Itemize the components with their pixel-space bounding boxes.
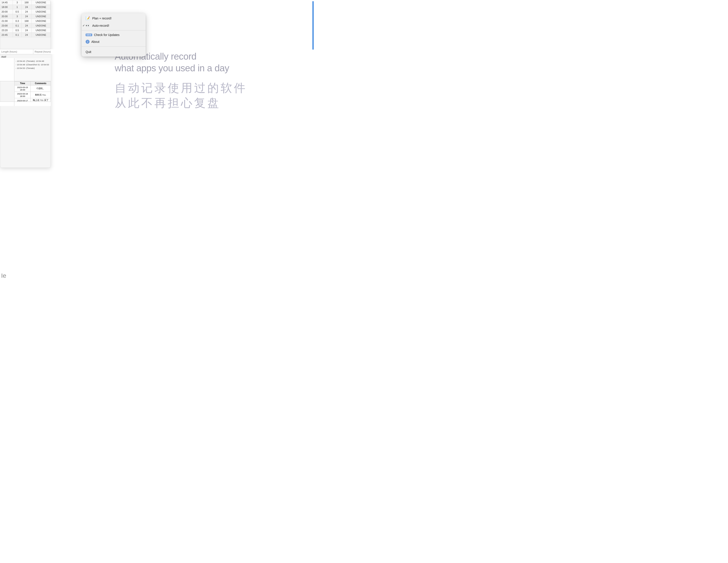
table-row: 14:45 3 168 UNDONE (0, 0, 51, 5)
table-row: 23:00 0.1 24 UNDONE (0, 23, 51, 28)
status-cell: UNDONE (31, 5, 50, 9)
log-entry: - 10:54:48 -(CleanShot X)- 10:54:53 (16, 63, 49, 66)
col3-cell: 24 (22, 14, 31, 19)
repeat-input[interactable] (33, 49, 66, 54)
comment-row: 2023-03-15 18:00 个想吃。 (15, 85, 51, 92)
time-cell: 23:45 (0, 33, 13, 37)
time-cell: 20:00 (0, 9, 13, 14)
col2-cell: 0.1 (13, 23, 22, 28)
log-entries: - 10:54:43 -(Tomato)- 10:54:48- 10:54:48… (14, 58, 51, 81)
comment-row: 2023-03-16 18:00 刚吃完 711. (15, 92, 51, 98)
log-entry: - 10:54:53 -(Tomato) (16, 66, 49, 70)
col3-cell: 24 (22, 5, 31, 9)
menu-item-plan-record[interactable]: 📝 Plan + record! (82, 15, 146, 22)
length-input[interactable] (0, 49, 33, 54)
time-cell: 21:00 (0, 19, 13, 23)
status-cell: UNDONE (31, 14, 50, 19)
comment-text: 个想吃。 (31, 85, 51, 92)
time-cell: 23:20 (0, 28, 13, 33)
table-row: 18:00 1 24 UNDONE (0, 5, 51, 9)
menu-item-about[interactable]: i About (82, 38, 146, 45)
bottom-right-input[interactable] (14, 102, 51, 106)
table-row: 20:00 0.5 24 UNDONE (0, 9, 51, 14)
col2-cell: 3 (13, 0, 22, 5)
status-cell: UNDONE (31, 0, 50, 5)
menu-quit-label: Quit (86, 50, 91, 54)
col2-cell: 0.5 (13, 28, 22, 33)
status-cell: UNDONE (31, 28, 50, 33)
menu-check-updates-label: Check for Updates (94, 33, 120, 37)
promo-chinese: 自动记录使用过的软件 从此不再担心复盘 (115, 81, 364, 110)
table-row: 20:00 3 24 UNDONE (0, 14, 51, 19)
time-cell: 20:00 (0, 14, 13, 19)
time-column-header: Time (15, 81, 31, 85)
log-section: - 10:54:43 -(Tomato)- 10:54:48- 10:54:48… (0, 58, 51, 81)
new-badge: NEW (86, 34, 92, 36)
menu-item-auto-record[interactable]: ✓ 👀 Auto-record! (82, 22, 146, 29)
comment-time: 2023-03-15 18:00 (15, 85, 31, 92)
col2-cell: 3 (13, 14, 22, 19)
menu-plan-record-label: Plan + record! (92, 17, 112, 20)
menu-auto-record-label: Auto-record! (92, 24, 109, 27)
time-cell: 23:00 (0, 23, 13, 28)
scroll-thumb[interactable] (312, 1, 314, 50)
bottom-input-row (0, 102, 51, 106)
col3-cell: 24 (22, 33, 31, 37)
table-row: 23:45 0.1 24 UNDONE (0, 33, 51, 37)
col2-cell: 1 (13, 5, 22, 9)
table-row: 23:20 0.5 24 UNDONE (0, 28, 51, 33)
comment-time: 2023-03-16 18:00 (15, 92, 31, 98)
promo-english-line2: what apps you used in a day (115, 63, 229, 73)
promo-english: Automatically record what apps you used … (115, 51, 364, 74)
col3-cell: 168 (22, 0, 31, 5)
table-row: 21:00 0.3 168 UNDONE (0, 19, 51, 23)
menu-item-quit[interactable]: Quit (82, 49, 146, 55)
time-cell: 18:00 (0, 5, 13, 9)
info-icon: i (86, 40, 90, 44)
menu-about-label: About (91, 40, 99, 43)
status-cell: UNDONE (31, 9, 50, 14)
promo-chinese-line2: 从此不再担心复盘 (115, 96, 221, 109)
notepad-icon: 📝 (86, 16, 90, 20)
col3-cell: 24 (22, 9, 31, 14)
task-table-section: 14:45 3 168 UNDONE18:00 1 24 UNDONE20:00… (0, 0, 51, 37)
input-row (0, 49, 51, 54)
bottom-left-input[interactable] (0, 102, 14, 106)
status-cell: UNDONE (31, 19, 50, 23)
eyes-icon: 👀 (86, 23, 90, 28)
promo-chinese-line1: 自动记录使用过的软件 (115, 81, 247, 94)
log-left-panel (0, 58, 14, 81)
comments-column-header: Comments (31, 81, 51, 85)
comment-text: 刚吃完 711. (31, 92, 51, 98)
promo-section: Automatically record what apps you used … (115, 51, 364, 110)
col3-cell: 168 (22, 19, 31, 23)
col2-cell: 0.1 (13, 33, 22, 37)
task-table: 14:45 3 168 UNDONE18:00 1 24 UNDONE20:00… (0, 0, 51, 37)
menu-item-check-updates[interactable]: NEW Check for Updates (82, 32, 146, 38)
status-cell: UNDONE (31, 33, 50, 37)
log-entry: - 10:54:43 -(Tomato)- 10:54:48 (16, 59, 49, 63)
col2-cell: 0.5 (13, 9, 22, 14)
col3-cell: 24 (22, 23, 31, 28)
bottom-left-label: Ie (1, 272, 6, 279)
time-cell: 14:45 (0, 0, 13, 5)
checkmark-icon: ✓ (83, 24, 85, 27)
col3-cell: 24 (22, 28, 31, 33)
status-cell: UNDONE (31, 23, 50, 28)
menu-divider-2 (82, 46, 146, 47)
scrollbar[interactable] (312, 0, 314, 282)
context-menu: 📝 Plan + record! ✓ 👀 Auto-record! NEW Ch… (82, 13, 146, 56)
col2-cell: 0.3 (13, 19, 22, 23)
